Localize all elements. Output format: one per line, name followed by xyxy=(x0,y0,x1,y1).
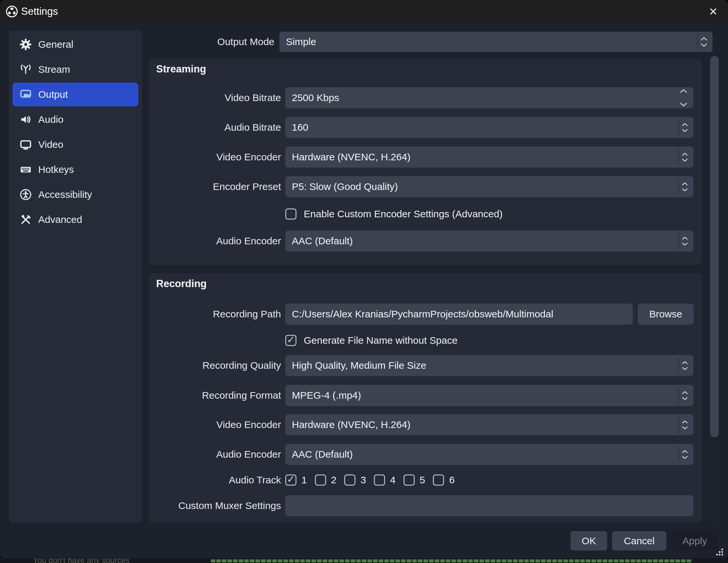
accessibility-icon xyxy=(19,188,33,202)
chevron-down-icon xyxy=(682,367,688,370)
recording-quality-label: Recording Quality xyxy=(149,355,281,376)
close-icon[interactable]: × xyxy=(706,0,721,23)
sidebar-item-label: Audio xyxy=(38,114,64,125)
audio-track-2-label[interactable]: 2 xyxy=(331,474,337,486)
sidebar-item-audio[interactable]: Audio xyxy=(13,108,138,131)
video-encoder-label: Video Encoder xyxy=(149,414,281,435)
audio-track-6-label[interactable]: 6 xyxy=(449,474,455,486)
sidebar-item-accessibility[interactable]: Accessibility xyxy=(13,183,138,207)
antenna-icon xyxy=(19,63,33,76)
streaming-section-title: Streaming xyxy=(156,63,206,75)
audio-encoder-label: Audio Encoder xyxy=(149,444,281,465)
window-title: Settings xyxy=(21,6,58,17)
audio-track-3-checkbox[interactable] xyxy=(344,474,355,486)
keyboard-icon xyxy=(19,163,33,177)
stream-video-encoder-select[interactable]: Hardware (NVENC, H.264) xyxy=(285,147,693,168)
sidebar-item-label: Hotkeys xyxy=(38,164,74,175)
custom-encoder-checkbox[interactable] xyxy=(285,209,296,220)
updown-chevrons xyxy=(679,176,690,197)
sidebar-item-hotkeys[interactable]: Hotkeys xyxy=(13,158,138,182)
browse-button[interactable]: Browse xyxy=(638,303,694,324)
chevron-down-icon xyxy=(682,158,688,162)
audio-track-5-checkbox[interactable] xyxy=(404,474,415,486)
stream-video-encoder-row: Video Encoder Hardware (NVENC, H.264) xyxy=(149,147,702,168)
video-bitrate-spinner[interactable]: 2500 Kbps xyxy=(285,87,693,108)
recording-quality-select[interactable]: High Quality, Medium File Size xyxy=(285,355,693,376)
resize-grip[interactable] xyxy=(716,549,723,556)
updown-arrows xyxy=(678,87,689,108)
video-encoder-label: Video Encoder xyxy=(149,147,281,168)
sidebar-item-general[interactable]: General xyxy=(13,33,138,56)
monitor-icon xyxy=(19,138,33,152)
updown-chevrons xyxy=(679,117,690,138)
output-mode-select[interactable]: Simple xyxy=(279,32,713,52)
settings-sidebar: General Stream xyxy=(9,30,142,522)
chevron-up-icon xyxy=(700,37,708,41)
chevron-up-icon xyxy=(682,361,688,364)
titlebar[interactable]: Settings × xyxy=(0,0,728,23)
chevron-up-icon xyxy=(682,420,688,424)
recording-format-select[interactable]: MPEG-4 (.mp4) xyxy=(285,385,693,406)
sidebar-item-video[interactable]: Video xyxy=(13,133,138,156)
chevron-down-icon xyxy=(682,242,688,246)
audio-track-4-label[interactable]: 4 xyxy=(390,474,396,486)
updown-chevrons xyxy=(698,32,710,52)
updown-chevrons xyxy=(679,444,690,465)
chevron-down-icon xyxy=(682,456,688,459)
chevron-down-icon xyxy=(682,188,688,192)
custom-encoder-settings-row: Enable Custom Encoder Settings (Advanced… xyxy=(285,208,503,221)
updown-chevrons xyxy=(679,414,690,435)
cancel-button[interactable]: Cancel xyxy=(612,531,666,550)
streaming-section: Streaming Video Bitrate 2500 Kbps Audio … xyxy=(149,59,702,265)
chevron-up-icon xyxy=(682,237,688,240)
sidebar-item-label: Accessibility xyxy=(38,189,92,200)
background-window-strip: You don't have any sources xyxy=(0,558,728,563)
stream-audio-encoder-select[interactable]: AAC (Default) xyxy=(285,231,693,252)
sidebar-item-stream[interactable]: Stream xyxy=(13,58,138,81)
updown-chevrons xyxy=(679,355,690,376)
audio-track-2-checkbox[interactable] xyxy=(315,474,326,486)
chevron-up-icon xyxy=(682,391,688,394)
screen: You don't have any sources Settings × xyxy=(0,0,728,563)
audio-track-3-label[interactable]: 3 xyxy=(360,474,366,486)
settings-dialog: Settings × xyxy=(0,0,728,558)
audio-track-1-label[interactable]: 1 xyxy=(301,474,307,486)
recording-format-label: Recording Format xyxy=(149,385,281,406)
chevron-down-icon xyxy=(680,102,687,107)
ok-button[interactable]: OK xyxy=(571,531,607,550)
gear-icon xyxy=(19,38,33,51)
encoder-preset-row: Encoder Preset P5: Slow (Good Quality) xyxy=(149,176,702,197)
check-icon: ✓ xyxy=(287,474,295,484)
generate-filename-checkbox-label[interactable]: Generate File Name without Space xyxy=(304,335,458,346)
recording-section: Recording Recording Path C:/Users/Alex K… xyxy=(149,273,702,522)
chevron-up-icon xyxy=(682,123,688,127)
encoder-preset-select[interactable]: P5: Slow (Good Quality) xyxy=(285,176,693,197)
recording-audio-encoder-row: Audio Encoder AAC (Default) xyxy=(149,444,702,465)
apply-button[interactable]: Apply xyxy=(672,531,717,550)
chevron-up-icon xyxy=(682,153,688,156)
updown-chevrons xyxy=(679,147,690,168)
custom-muxer-input[interactable] xyxy=(285,495,693,516)
scrollbar-thumb[interactable] xyxy=(710,56,719,437)
recording-quality-row: Recording Quality High Quality, Medium F… xyxy=(149,355,702,376)
sidebar-item-label: Advanced xyxy=(38,214,82,225)
stream-audio-encoder-row: Audio Encoder AAC (Default) xyxy=(149,231,702,252)
sidebar-item-label: General xyxy=(38,39,73,50)
audio-track-6-checkbox[interactable] xyxy=(433,474,444,486)
sidebar-item-advanced[interactable]: Advanced xyxy=(13,208,138,232)
generate-filename-checkbox[interactable]: ✓ xyxy=(285,335,296,346)
obs-logo-icon xyxy=(5,5,18,18)
audio-bitrate-row: Audio Bitrate 160 xyxy=(149,117,702,138)
audio-bitrate-select[interactable]: 160 xyxy=(285,117,693,138)
audio-track-5-label[interactable]: 5 xyxy=(420,474,425,486)
audio-track-1-checkbox[interactable]: ✓ xyxy=(285,474,296,486)
recording-path-input[interactable]: C:/Users/Alex Kranias/PycharmProjects/ob… xyxy=(285,303,633,324)
speaker-icon xyxy=(19,113,33,127)
sidebar-item-output[interactable]: Output xyxy=(13,83,138,106)
tools-icon xyxy=(19,213,33,227)
chevron-up-icon xyxy=(680,89,687,93)
custom-encoder-checkbox-label[interactable]: Enable Custom Encoder Settings (Advanced… xyxy=(304,209,503,220)
audio-track-4-checkbox[interactable] xyxy=(374,474,385,486)
recording-audio-encoder-select[interactable]: AAC (Default) xyxy=(285,444,693,465)
recording-video-encoder-select[interactable]: Hardware (NVENC, H.264) xyxy=(285,414,693,435)
